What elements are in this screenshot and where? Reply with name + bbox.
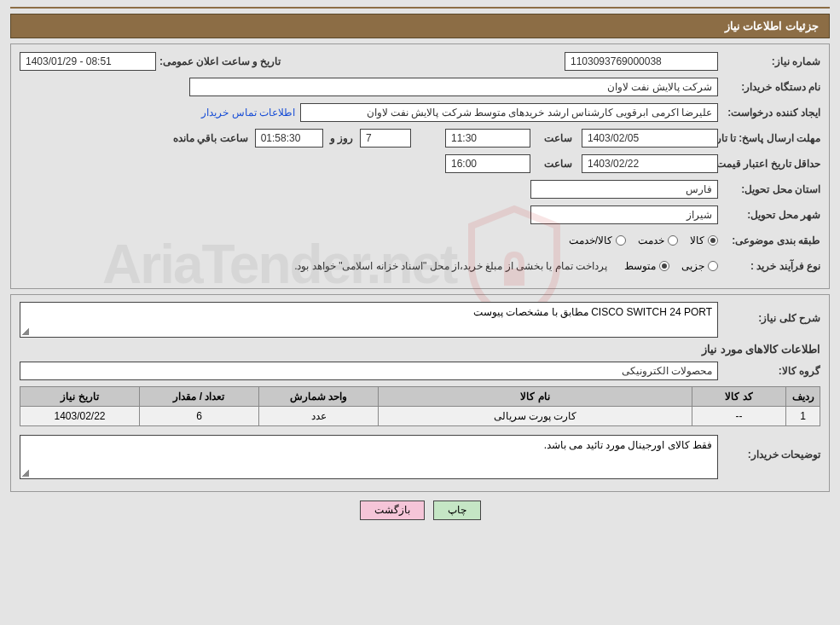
deadline-days-label: روز و [323, 132, 360, 144]
classification-label: طبقه بندی موضوعی: [718, 234, 820, 246]
validity-time-label: ساعت [530, 158, 582, 170]
radio-partial[interactable]: جزیی [681, 260, 718, 272]
validity-label: حداقل تاریخ اعتبار قیمت: تا تاریخ: [718, 158, 820, 170]
deadline-remain-label: ساعت باقي مانده [170, 132, 255, 144]
group-label: گروه کالا: [718, 365, 820, 377]
radio-kala-khedmat[interactable]: کالا/خدمت [569, 234, 626, 246]
description-field: CISCO SWITCH 24 PORT مطابق با مشخصات پیو… [20, 302, 718, 338]
th-name: نام کالا [379, 387, 692, 407]
deadline-date-field: 1403/02/05 [582, 129, 718, 148]
need-number-field: 1103093769000038 [565, 52, 718, 71]
goods-table: ردیف کد کالا نام کالا واحد شمارش تعداد /… [20, 386, 820, 426]
classification-radio-group: کالا خدمت کالا/خدمت [569, 234, 718, 246]
province-field: فارس [530, 180, 718, 199]
print-button[interactable]: چاپ [433, 501, 481, 520]
deadline-countdown-field: 01:58:30 [255, 129, 323, 148]
th-row: ردیف [786, 387, 820, 407]
purchase-type-note: پرداخت تمام یا بخشی از مبلغ خرید،از محل … [294, 260, 624, 272]
purchase-type-radio-group: جزیی متوسط [624, 260, 718, 272]
province-label: استان محل تحویل: [718, 183, 820, 195]
radio-khedmat[interactable]: خدمت [638, 234, 678, 246]
requester-label: ایجاد کننده درخواست: [718, 107, 820, 119]
description-label: شرح کلی نیاز: [718, 302, 820, 324]
announce-label: تاریخ و ساعت اعلان عمومی: [156, 55, 281, 67]
radio-kala[interactable]: کالا [690, 234, 718, 246]
th-qty: تعداد / مقدار [140, 387, 259, 407]
th-unit: واحد شمارش [259, 387, 379, 407]
info-panel: شماره نیاز: 1103093769000038 تاریخ و ساع… [10, 43, 830, 289]
buyer-org-label: نام دستگاه خریدار: [718, 81, 820, 93]
description-panel: شرح کلی نیاز: CISCO SWITCH 24 PORT مطابق… [10, 294, 830, 492]
goods-info-title: اطلاعات کالاهای مورد نیاز [20, 343, 820, 356]
buyer-org-field: شرکت پالایش نفت لاوان [189, 78, 718, 96]
page-title: جزئیات اطلاعات نیاز [725, 20, 819, 32]
requester-field: علیرضا اکرمی ابرقویی کارشناس ارشد خریدها… [300, 103, 718, 122]
announce-field: 1403/01/29 - 08:51 [20, 52, 156, 71]
city-label: شهر محل تحویل: [718, 209, 820, 221]
purchase-type-label: نوع فرآیند خرید : [718, 260, 820, 272]
buyer-contact-link[interactable]: اطلاعات تماس خریدار [201, 107, 295, 119]
buyer-notes-field: فقط کالای اورجینال مورد تائید می باشد. [20, 435, 718, 479]
need-number-label: شماره نیاز: [718, 55, 820, 67]
group-field: محصولات الکترونیکی [20, 362, 718, 380]
deadline-time-field: 11:30 [445, 129, 530, 148]
validity-time-field: 16:00 [445, 154, 530, 173]
table-header-row: ردیف کد کالا نام کالا واحد شمارش تعداد /… [20, 387, 820, 407]
city-field: شیراز [530, 205, 718, 224]
page-header: جزئیات اطلاعات نیاز [10, 14, 830, 38]
validity-date-field: 1403/02/22 [582, 154, 718, 173]
th-date: تاریخ نیاز [20, 387, 140, 407]
table-row: 1 -- کارت پورت سریالی عدد 6 1403/02/22 [20, 407, 820, 426]
deadline-time-label: ساعت [530, 132, 582, 144]
deadline-label: مهلت ارسال پاسخ: تا تاریخ: [718, 132, 820, 144]
deadline-days-field: 7 [360, 129, 411, 148]
th-code: کد کالا [692, 387, 786, 407]
radio-medium[interactable]: متوسط [624, 260, 669, 272]
back-button[interactable]: بازگشت [360, 501, 425, 520]
buyer-notes-label: توضیحات خریدار: [718, 435, 820, 460]
